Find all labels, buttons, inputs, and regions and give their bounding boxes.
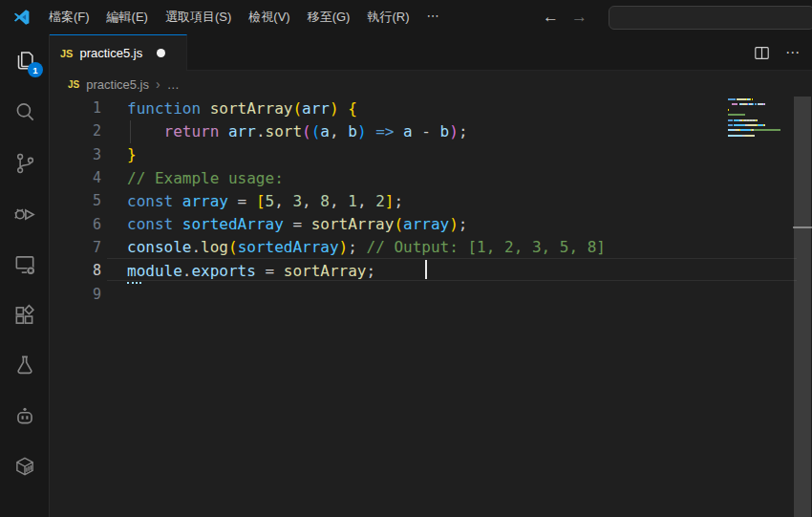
code-line[interactable]: 8module.exports = sortArray; xyxy=(50,259,606,282)
overview-ruler-cursor-marker xyxy=(793,226,812,228)
indent-guide xyxy=(130,120,131,143)
source-control-icon[interactable] xyxy=(0,144,49,183)
minimap[interactable] xyxy=(728,98,791,145)
hint-ellipsis-marker xyxy=(127,281,141,284)
nav-forward-button[interactable]: → xyxy=(571,8,588,27)
explorer-badge: 1 xyxy=(28,62,43,77)
menu-more-button[interactable]: ⋯ xyxy=(417,6,447,29)
code-text: } xyxy=(127,145,137,163)
menu-item[interactable]: 移至(G) xyxy=(299,6,359,29)
line-number: 8 xyxy=(50,262,101,279)
code-line[interactable]: 1function sortArray(arr) { xyxy=(50,97,606,119)
code-text: function sortArray(arr) { xyxy=(127,99,357,118)
search-icon[interactable] xyxy=(0,93,49,131)
menu-item[interactable]: 選取項目(S) xyxy=(157,6,240,29)
code-editor[interactable]: 1function sortArray(arr) {2 return arr.s… xyxy=(50,97,606,306)
code-text: const sortedArray = sortArray(array); xyxy=(127,215,467,233)
line-number: 4 xyxy=(50,169,101,186)
text-cursor xyxy=(425,260,427,279)
breadcrumb-file[interactable]: practice5.js xyxy=(86,77,149,92)
vertical-scrollbar[interactable] xyxy=(793,97,812,517)
breadcrumb-symbol-more[interactable]: … xyxy=(167,77,180,92)
modified-dot-icon[interactable] xyxy=(157,49,165,57)
scrollbar-slider[interactable] xyxy=(794,97,811,517)
code-text: module.exports = sortArray; xyxy=(127,262,375,280)
run-debug-icon[interactable] xyxy=(0,195,49,233)
copilot-chat-icon[interactable] xyxy=(0,397,49,435)
title-bar: 檔案(F)編輯(E)選取項目(S)檢視(V)移至(G)執行(R)⋯ ← → xyxy=(0,0,812,34)
code-line[interactable]: 7console.log(sortedArray); // Output: [1… xyxy=(50,236,606,259)
code-line[interactable]: 9 xyxy=(50,282,606,305)
code-text: return arr.sort((a, b) => a - b); xyxy=(127,122,468,140)
javascript-file-icon: JS xyxy=(60,48,73,59)
menu-item[interactable]: 執行(R) xyxy=(358,6,417,29)
tab-bar: JS practice5.js xyxy=(50,34,812,71)
menu-item[interactable]: 檔案(F) xyxy=(40,6,98,29)
line-number: 1 xyxy=(50,99,101,117)
code-text: // Example usage: xyxy=(127,169,284,187)
code-line[interactable]: 3} xyxy=(50,143,606,166)
javascript-file-icon: JS xyxy=(68,79,79,90)
line-number: 5 xyxy=(50,192,101,209)
extensions-icon[interactable] xyxy=(0,296,49,334)
line-number: 3 xyxy=(50,146,101,163)
menu-bar: 檔案(F)編輯(E)選取項目(S)檢視(V)移至(G)執行(R)⋯ xyxy=(40,6,447,29)
activity-bar: 1 xyxy=(0,34,50,517)
line-number: 2 xyxy=(50,122,101,140)
tab-practice5-js[interactable]: JS practice5.js xyxy=(50,34,187,71)
code-line[interactable]: 4// Example usage: xyxy=(50,166,606,189)
testing-icon[interactable] xyxy=(0,346,49,384)
code-text: const array = [5, 3, 8, 1, 2]; xyxy=(127,192,403,210)
line-number: 6 xyxy=(50,216,101,233)
line-number: 9 xyxy=(50,286,101,303)
menu-item[interactable]: 檢視(V) xyxy=(240,6,298,29)
split-editor-icon[interactable] xyxy=(754,45,770,61)
tab-label: practice5.js xyxy=(79,46,142,60)
explorer-icon[interactable]: 1 xyxy=(0,40,49,78)
editor-more-actions-button[interactable]: ⋯ xyxy=(785,44,801,61)
code-line[interactable]: 6const sortedArray = sortArray(array); xyxy=(50,212,606,235)
breadcrumb: JS practice5.js › … xyxy=(68,74,180,95)
command-center-search-input[interactable] xyxy=(609,6,812,30)
chevron-right-icon: › xyxy=(156,76,160,92)
nav-back-button[interactable]: ← xyxy=(543,8,559,27)
containers-icon[interactable] xyxy=(0,447,49,485)
line-number: 7 xyxy=(50,239,101,256)
code-text: console.log(sortedArray); // Output: [1,… xyxy=(127,238,606,256)
menu-item[interactable]: 編輯(E) xyxy=(98,6,157,29)
code-line[interactable]: 2 return arr.sort((a, b) => a - b); xyxy=(50,119,606,142)
vscode-logo-icon xyxy=(11,8,32,28)
remote-explorer-icon[interactable] xyxy=(0,246,49,284)
code-line[interactable]: 5const array = [5, 3, 8, 1, 2]; xyxy=(50,189,606,212)
